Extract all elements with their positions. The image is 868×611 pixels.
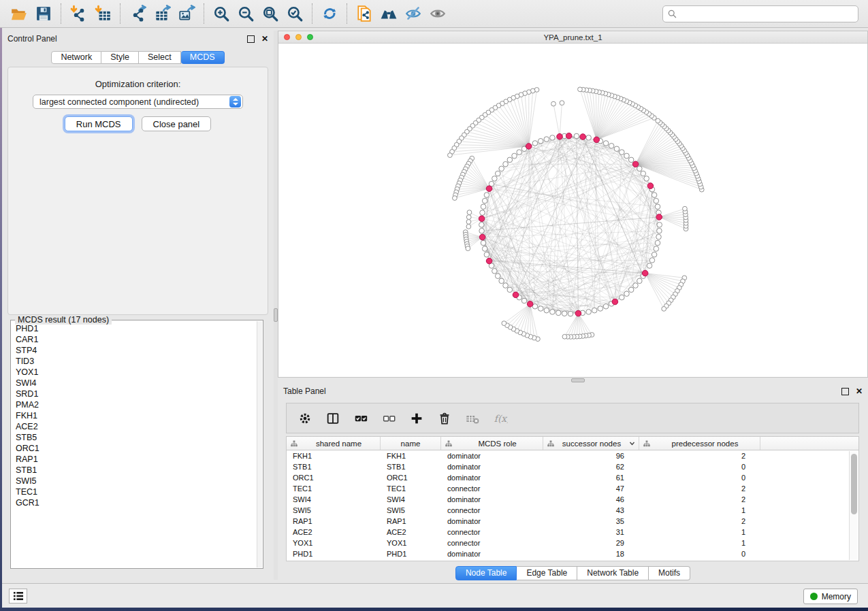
graph-node[interactable]: [467, 210, 472, 215]
table-row[interactable]: FKH1FKH1dominator962: [287, 450, 858, 461]
zoom-in-button[interactable]: [209, 3, 234, 24]
mcds-result-item[interactable]: PMA2: [12, 399, 256, 410]
zoom-selected-button[interactable]: [283, 3, 307, 24]
graph-node[interactable]: [466, 215, 471, 220]
graph-node[interactable]: [507, 287, 513, 293]
table-row[interactable]: TEC1TEC1connector472: [287, 483, 858, 494]
table-scrollbar[interactable]: [849, 451, 858, 560]
graph-node[interactable]: [502, 321, 507, 326]
table-row[interactable]: YOX1YOX1connector291: [287, 538, 858, 548]
graph-node[interactable]: [628, 287, 634, 293]
graph-node[interactable]: [544, 137, 549, 142]
mcds-hub-node[interactable]: [557, 133, 563, 139]
graph-node[interactable]: [480, 210, 485, 216]
mcds-hub-node[interactable]: [526, 144, 532, 150]
task-history-button[interactable]: [9, 589, 27, 604]
mcds-hub-node[interactable]: [575, 310, 581, 316]
mcds-hub-node[interactable]: [632, 161, 639, 167]
graph-node[interactable]: [568, 311, 573, 316]
mcds-hub-node[interactable]: [486, 258, 492, 264]
show-all-button[interactable]: [425, 3, 450, 24]
graph-node[interactable]: [633, 283, 639, 288]
graph-node[interactable]: [495, 274, 500, 279]
splitter-grip[interactable]: [571, 378, 585, 382]
mcds-result-item[interactable]: SWI5: [12, 476, 256, 486]
graph-node[interactable]: [521, 298, 527, 303]
graph-node[interactable]: [656, 118, 660, 123]
graph-node[interactable]: [654, 246, 659, 252]
criterion-dropdown[interactable]: largest connected component (undirected): [33, 95, 243, 109]
mcds-result-item[interactable]: RAP1: [12, 454, 256, 465]
graph-node[interactable]: [503, 161, 509, 167]
mcds-result-item[interactable]: YOX1: [12, 367, 256, 378]
mcds-result-item[interactable]: SWI4: [12, 378, 256, 389]
graph-node[interactable]: [603, 304, 609, 310]
graph-node[interactable]: [550, 310, 556, 315]
graph-node[interactable]: [598, 306, 603, 312]
tab-network-table[interactable]: Network Table: [577, 566, 649, 580]
mcds-result-item[interactable]: STB1: [12, 465, 256, 476]
tab-motifs[interactable]: Motifs: [649, 566, 690, 580]
mcds-result-item[interactable]: SRD1: [12, 389, 256, 399]
table-row[interactable]: STB1STB1dominator620: [287, 461, 858, 472]
mcds-hub-node[interactable]: [527, 301, 533, 308]
mcds-hub-node[interactable]: [513, 292, 519, 298]
graph-node[interactable]: [637, 166, 643, 171]
deselect-all-columns-button[interactable]: [380, 410, 398, 427]
graph-node[interactable]: [453, 196, 457, 201]
mcds-list-scrollbar[interactable]: [257, 321, 262, 567]
horizontal-splitter[interactable]: [278, 378, 868, 383]
graph-node[interactable]: [512, 153, 517, 159]
graph-node[interactable]: [562, 311, 567, 316]
graph-node[interactable]: [624, 291, 630, 297]
graph-node[interactable]: [614, 146, 620, 152]
function-builder-button[interactable]: f(x): [492, 410, 509, 427]
graph-node[interactable]: [479, 228, 485, 233]
graph-node[interactable]: [492, 269, 498, 274]
graph-node[interactable]: [544, 308, 549, 313]
graph-node[interactable]: [620, 295, 625, 300]
tab-edge-table[interactable]: Edge Table: [517, 566, 577, 580]
graph-node[interactable]: [620, 150, 625, 155]
table-row[interactable]: RAP1RAP1dominator352: [287, 516, 858, 527]
search-input[interactable]: [680, 7, 854, 20]
clone-network-button[interactable]: [352, 3, 376, 24]
graph-node[interactable]: [538, 306, 543, 312]
graph-node[interactable]: [560, 101, 564, 105]
mcds-hub-node[interactable]: [566, 133, 572, 139]
graph-node[interactable]: [492, 176, 498, 182]
graph-node[interactable]: [655, 204, 660, 210]
column-header-MCDS-role[interactable]: MCDS role: [441, 437, 543, 450]
tab-node-table[interactable]: Node Table: [455, 566, 517, 580]
mcds-hub-node[interactable]: [656, 214, 662, 220]
mcds-hub-node[interactable]: [580, 134, 586, 140]
close-panel-icon[interactable]: ✕: [261, 35, 268, 43]
graph-node[interactable]: [641, 171, 646, 176]
graph-node[interactable]: [662, 307, 666, 312]
graph-node[interactable]: [654, 198, 659, 203]
close-panel-button[interactable]: Close panel: [142, 116, 212, 131]
graph-node[interactable]: [484, 252, 489, 257]
graph-node[interactable]: [503, 283, 509, 288]
mcds-result-item[interactable]: TEC1: [12, 486, 256, 497]
mcds-result-item[interactable]: PHD1: [12, 323, 256, 334]
column-header-name[interactable]: name: [381, 437, 441, 450]
graph-node[interactable]: [637, 278, 643, 284]
graph-node[interactable]: [484, 193, 489, 198]
zoom-fit-button[interactable]: [258, 3, 283, 24]
column-header-predecessor-nodes[interactable]: predecessor nodes: [639, 437, 760, 450]
graph-node[interactable]: [657, 222, 662, 228]
graph-node[interactable]: [517, 150, 522, 155]
graph-node[interactable]: [481, 240, 486, 246]
delete-table-button[interactable]: [464, 410, 481, 427]
hide-selected-button[interactable]: [401, 3, 425, 24]
graph-node[interactable]: [495, 171, 500, 176]
graph-node[interactable]: [532, 141, 538, 146]
graph-node[interactable]: [507, 157, 513, 163]
table-settings-button[interactable]: [296, 410, 314, 427]
graph-node[interactable]: [592, 308, 597, 313]
tab-network[interactable]: Network: [51, 51, 101, 64]
mcds-hub-node[interactable]: [479, 234, 485, 240]
graph-node[interactable]: [628, 157, 634, 163]
graph-node[interactable]: [652, 193, 657, 198]
